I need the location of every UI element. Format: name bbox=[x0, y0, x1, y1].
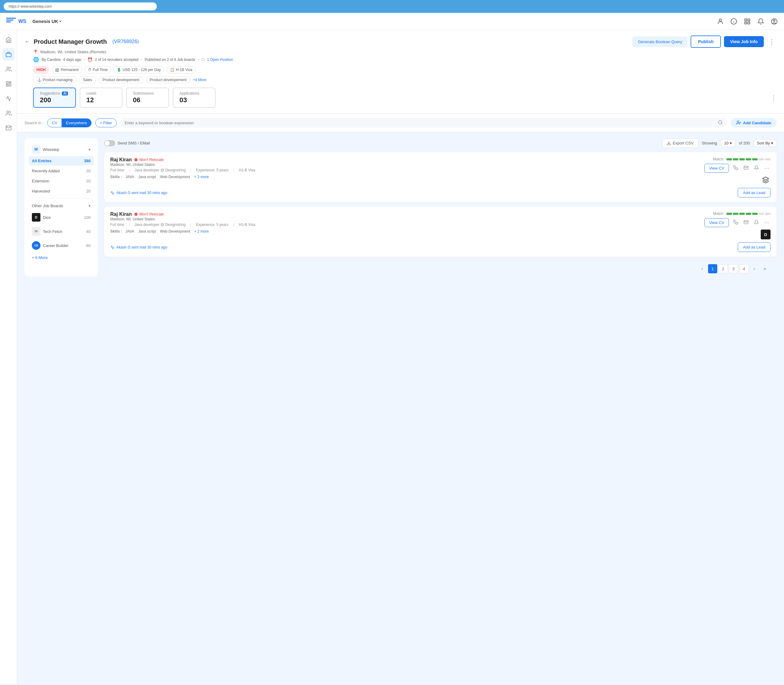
grid-icon[interactable] bbox=[743, 18, 751, 25]
stat-applications[interactable]: Applications 03 bbox=[173, 88, 216, 108]
of-label: of 200 bbox=[739, 141, 750, 145]
email-icon-2[interactable] bbox=[742, 219, 750, 227]
recently-added-label: Recently Added bbox=[32, 169, 86, 173]
nav-icons bbox=[717, 18, 778, 25]
search-input[interactable] bbox=[125, 120, 716, 125]
page-4-btn[interactable]: 4 bbox=[739, 264, 748, 273]
sidebar bbox=[0, 30, 17, 684]
stats-more-icon[interactable]: ⋮ bbox=[771, 94, 777, 101]
showing-count[interactable]: 10 ▾ bbox=[721, 139, 735, 147]
nav-dropdown-icon[interactable]: ▾ bbox=[59, 19, 61, 24]
suggestions-value: 200 bbox=[40, 96, 69, 104]
sidebar-home[interactable] bbox=[2, 34, 15, 46]
view-job-button[interactable]: View Job Info bbox=[724, 36, 764, 47]
profile-icon[interactable] bbox=[771, 18, 778, 25]
dice-item[interactable]: D Dice 100 bbox=[29, 211, 94, 224]
extension-item[interactable]: Extension 20 bbox=[29, 176, 94, 186]
add-as-lead-button-2[interactable]: Add as Lead bbox=[738, 242, 771, 252]
tag-fulltime: ⏱ Full Time bbox=[85, 66, 111, 73]
sms-toggle[interactable] bbox=[104, 140, 115, 146]
page-2-btn[interactable]: 2 bbox=[719, 264, 728, 273]
toggle-everywhere[interactable]: Everywhere bbox=[62, 119, 91, 127]
sidebar-analytics[interactable] bbox=[2, 93, 15, 105]
sidebar-candidates[interactable] bbox=[2, 63, 15, 75]
toggle-cv[interactable]: CV bbox=[47, 119, 62, 127]
all-entries-count: 380 bbox=[84, 159, 91, 163]
bell-icon-1[interactable] bbox=[753, 164, 760, 173]
more-icon-1[interactable]: ⋯ bbox=[763, 164, 771, 172]
card-bottom-2: Akash G sent mail 30 mins ago Add as Lea… bbox=[110, 242, 771, 252]
generate-boolean-button[interactable]: Generate Boolean Query bbox=[633, 36, 688, 47]
stat-submissions[interactable]: Submissions 06 bbox=[126, 88, 169, 108]
phone-icon-2[interactable] bbox=[732, 219, 739, 227]
sort-by-select[interactable]: Sort By ▾ bbox=[754, 139, 777, 147]
candidates-panel: Send SMS / EMail Export CSV Showing 10 ▾… bbox=[104, 138, 777, 276]
skills-more-2[interactable]: + 2 more bbox=[194, 229, 209, 234]
other-job-boards-section[interactable]: Other Job Boards ▾ bbox=[29, 201, 94, 211]
careerbuilder-icon: CB bbox=[32, 241, 41, 250]
export-csv-button[interactable]: Export CSV bbox=[662, 138, 698, 148]
showing-label: Showing bbox=[702, 141, 717, 145]
sidebar-team[interactable] bbox=[2, 107, 15, 119]
svg-rect-7 bbox=[748, 22, 750, 24]
prev-page-btn[interactable]: ‹ bbox=[698, 264, 707, 273]
add-as-lead-button-1[interactable]: Add as Lead bbox=[738, 188, 771, 197]
bell-icon-2[interactable] bbox=[753, 219, 760, 227]
sidebar-jobs[interactable] bbox=[2, 49, 15, 61]
sidebar-reports[interactable] bbox=[2, 78, 15, 90]
svg-point-0 bbox=[719, 19, 721, 21]
job-meta: 🌐 By Caroline 4 days ago • ⏰ 2 of 14 rec… bbox=[33, 57, 777, 62]
skills-more-link[interactable]: +4 More bbox=[193, 78, 207, 82]
card-bottom-1: Akash G sent mail 30 mins ago Add as Lea… bbox=[110, 188, 771, 197]
tag-salary: 💲 USD 125 - 128 per Day bbox=[113, 66, 164, 73]
stat-leads[interactable]: Leads 12 bbox=[80, 88, 122, 108]
harvested-label: Harvested bbox=[32, 189, 86, 193]
filter-button[interactable]: + Filter bbox=[95, 118, 117, 127]
candidate-details-2: Full time | Java developer @ Designstrin… bbox=[110, 222, 701, 227]
more-icon-2[interactable]: ⋯ bbox=[763, 219, 771, 227]
email-icon-1[interactable] bbox=[742, 164, 750, 173]
wisestep-section[interactable]: W Wisestep ▾ bbox=[29, 143, 94, 156]
phone-icon-1[interactable] bbox=[732, 164, 739, 173]
techfetch-item[interactable]: TF Tech Fetch 40 bbox=[29, 225, 94, 238]
leads-value: 12 bbox=[86, 96, 116, 104]
svg-point-19 bbox=[737, 121, 739, 122]
page-1-btn[interactable]: 1 bbox=[708, 264, 717, 273]
sidebar-messages[interactable] bbox=[2, 122, 15, 134]
job-location: 📍 Madison, WI, United States (Remote) bbox=[33, 50, 777, 54]
last-page-btn[interactable]: » bbox=[760, 264, 769, 273]
search-input-wrap[interactable] bbox=[120, 118, 727, 128]
harvested-item[interactable]: Harvested 20 bbox=[29, 187, 94, 196]
recently-added-item[interactable]: Recently Added 20 bbox=[29, 166, 94, 176]
stat-suggestions[interactable]: Suggestions AI 200 bbox=[33, 88, 76, 108]
page-3-btn[interactable]: 3 bbox=[729, 264, 738, 273]
candidate-name-1: Raj Kiran bbox=[110, 157, 132, 162]
publish-button[interactable]: Publish bbox=[691, 36, 721, 48]
job-title: Product Manager Growth bbox=[34, 38, 107, 45]
user-icon[interactable] bbox=[717, 18, 724, 25]
careerbuilder-count: 60 bbox=[86, 243, 91, 248]
back-button[interactable]: ← bbox=[24, 39, 30, 45]
svg-rect-5 bbox=[748, 19, 750, 21]
other-job-boards-label: Other Job Boards bbox=[32, 203, 63, 208]
all-entries-item[interactable]: All Entries 380 bbox=[29, 156, 94, 166]
candidate-location-1: Madison, WI, United States bbox=[110, 162, 701, 167]
browser-url[interactable]: https:// www.wisestep.com bbox=[4, 2, 157, 10]
view-cv-button-1[interactable]: View CV bbox=[704, 164, 729, 173]
candidate-details-1: Full time | Java developer @ Designstrin… bbox=[110, 168, 701, 172]
skills-more-1[interactable]: + 2 more bbox=[194, 175, 209, 179]
view-cv-button-2[interactable]: View CV bbox=[704, 218, 729, 227]
svg-point-16 bbox=[7, 111, 9, 113]
more-options-button[interactable]: ⋮ bbox=[767, 36, 777, 47]
skills-line-1: Skills : JAVA Java script Web Developmen… bbox=[110, 175, 701, 179]
careerbuilder-item[interactable]: CB Career Builder 60 bbox=[29, 239, 94, 252]
bell-icon[interactable] bbox=[757, 18, 764, 25]
add-candidate-button[interactable]: Add Candidate bbox=[731, 118, 777, 128]
activity-row-2: Akash G sent mail 30 mins ago bbox=[110, 245, 167, 250]
open-position-link[interactable]: 1 Open Position bbox=[207, 58, 233, 62]
more-boards-link[interactable]: + 6 More bbox=[29, 253, 94, 262]
left-panel: W Wisestep ▾ All Entries 380 Recently Ad… bbox=[24, 138, 98, 276]
info-icon[interactable] bbox=[730, 18, 737, 25]
svg-rect-14 bbox=[9, 84, 11, 86]
next-page-btn[interactable]: › bbox=[750, 264, 759, 273]
